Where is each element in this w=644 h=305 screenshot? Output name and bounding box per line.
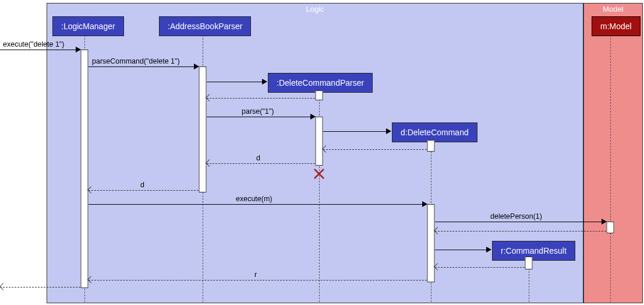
destroy-icon xyxy=(313,168,325,180)
arrowhead-execute1 xyxy=(76,47,81,52)
arrow-return-d1 xyxy=(207,163,315,164)
activation-cr xyxy=(525,257,533,269)
activation-addressbookparser xyxy=(199,66,207,192)
arrow-parsecommand xyxy=(89,66,199,67)
participant-deletecommand: d:DeleteCommand xyxy=(392,122,477,142)
activation-dc-2 xyxy=(427,204,435,282)
arrowhead-return-external xyxy=(0,283,7,290)
arrow-return-d2 xyxy=(89,190,199,191)
arrowhead-parse1 xyxy=(310,114,316,120)
participant-commandresult: r:CommandResult xyxy=(492,241,575,261)
arrowhead-create-dcp xyxy=(262,79,267,85)
msg-parse1: parse("1") xyxy=(242,107,274,115)
arrow-deleteperson xyxy=(435,222,606,222)
msg-executem: execute(m) xyxy=(236,195,273,203)
participant-logicmanager: :LogicManager xyxy=(52,16,124,36)
msg-return-d1: d xyxy=(256,154,260,162)
arrow-return-deleteperson xyxy=(435,231,606,232)
arrow-return-create-dcp xyxy=(207,98,315,99)
arrow-return-r xyxy=(89,280,427,281)
frame-model-label: Model xyxy=(603,5,623,13)
arrowhead-executem xyxy=(422,201,427,207)
frame-model: Model xyxy=(583,3,643,303)
arrow-parse1 xyxy=(207,117,315,117)
msg-execute1: execute("delete 1") xyxy=(3,40,64,48)
arrow-return-external xyxy=(0,287,80,288)
arrow-create-cr xyxy=(435,250,490,250)
msg-return-d2: d xyxy=(140,181,144,189)
msg-return-r: r xyxy=(254,271,257,279)
arrow-return-create-dc xyxy=(323,149,427,150)
activation-model xyxy=(607,222,614,233)
arrow-executem xyxy=(89,204,427,205)
participant-addressbookparser: :AddressBookParser xyxy=(159,16,251,36)
arrow-execute1 xyxy=(0,50,80,50)
arrowhead-deleteperson xyxy=(601,219,607,225)
lifeline-model xyxy=(610,32,611,302)
activation-dcp-2 xyxy=(316,117,323,166)
participant-model: m:Model xyxy=(592,16,641,36)
activation-dc-1 xyxy=(427,140,435,152)
arrowhead-parsecommand xyxy=(194,64,199,69)
msg-parsecommand: parseCommand("delete 1") xyxy=(92,57,180,65)
msg-deleteperson: deletePerson(1) xyxy=(490,212,542,220)
arrow-create-dc xyxy=(323,131,390,132)
activation-logicmanager xyxy=(81,50,89,288)
activation-dcp-1 xyxy=(316,90,323,100)
participant-deletecommandparser: :DeleteCommandParser xyxy=(268,73,373,93)
arrowhead-create-cr xyxy=(486,247,491,253)
frame-logic-label: Logic xyxy=(306,5,324,13)
arrow-create-dcp xyxy=(207,82,266,82)
arrow-return-create-cr xyxy=(435,267,525,268)
arrowhead-create-dc xyxy=(386,128,391,134)
